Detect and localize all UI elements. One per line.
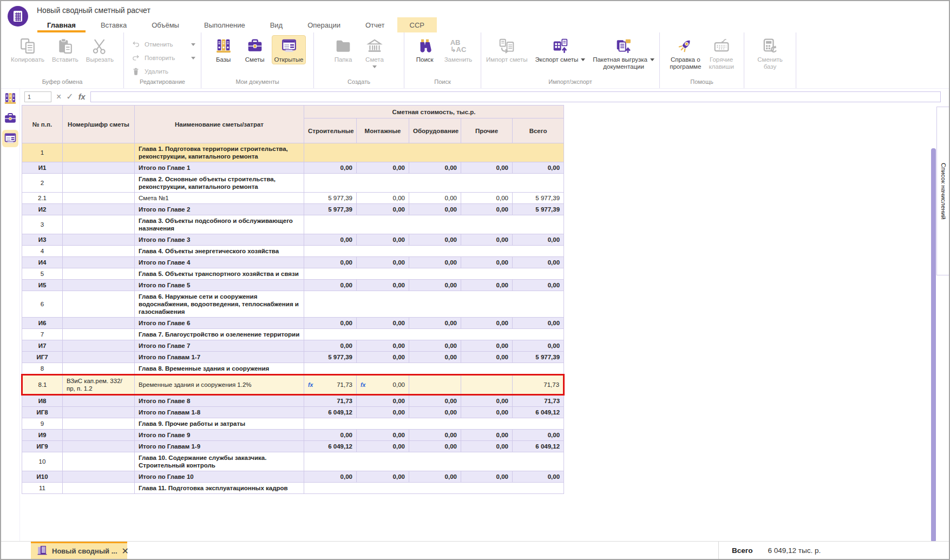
cell-value[interactable]: 0,00 (357, 318, 409, 329)
button-Смета[interactable]: Смета (360, 35, 389, 71)
cell-name[interactable]: Глава 5. Объекты транспортного хозяйства… (135, 268, 304, 280)
cell-value[interactable]: 0,00 (304, 257, 357, 268)
cell-value[interactable]: 71,73 (304, 395, 357, 407)
side-databases-icon[interactable] (2, 90, 18, 107)
button-Вырезать[interactable]: Вырезать (83, 35, 116, 64)
cell-name[interactable]: Глава 6. Наружные сети и сооружения водо… (135, 291, 304, 318)
cell-value[interactable]: 0,00 (461, 441, 513, 452)
tab-Отчет[interactable]: Отчет (353, 17, 397, 32)
table-row-11[interactable]: 11Глава 11. Подготовка эксплуатационных … (22, 483, 564, 494)
table-row-2[interactable]: 2Глава 2. Основные объекты строительства… (22, 174, 564, 193)
col-header-Оборудование[interactable]: Оборудование (409, 118, 461, 143)
cell-values-merged[interactable] (304, 143, 564, 162)
cell-code[interactable] (63, 174, 135, 193)
cell-value[interactable]: 0,00 (461, 280, 513, 291)
cell-npp[interactable]: 6 (22, 291, 63, 318)
cell-value[interactable]: 0,00 (304, 340, 357, 352)
cell-name[interactable]: Глава 10. Содержание службы заказчика. С… (135, 452, 304, 471)
cell-value[interactable]: 0,00 (357, 395, 409, 407)
cell-name[interactable]: Глава 4. Объекты энергетического хозяйст… (135, 246, 304, 257)
cell-values-merged[interactable] (304, 268, 564, 280)
cell-code[interactable] (63, 204, 135, 215)
cell-npp[interactable]: И4 (22, 257, 63, 268)
cell-name[interactable]: Глава 9. Прочие работы и затраты (135, 418, 304, 430)
chevron-down-icon[interactable] (581, 58, 585, 63)
chevron-down-icon[interactable] (191, 43, 195, 48)
tab-ССР[interactable]: ССР (397, 17, 437, 32)
cell-value[interactable]: 5 977,39 (304, 193, 357, 204)
button-Отменить[interactable]: Отменить (132, 37, 195, 51)
cell-value[interactable]: 0,00 (409, 340, 461, 352)
button-Горячие клавиши[interactable]: Горячиеклавиши (706, 35, 736, 71)
cell-value[interactable]: fx0,00 (357, 375, 409, 395)
cell-code[interactable] (63, 291, 135, 318)
cell-value[interactable]: 0,00 (513, 471, 564, 483)
cell-npp[interactable]: 7 (22, 329, 63, 340)
cell-npp[interactable]: 1 (22, 143, 63, 162)
cell-value[interactable]: 0,00 (357, 471, 409, 483)
cell-value[interactable]: 0,00 (304, 234, 357, 246)
cell-name[interactable]: Итого по Главе 2 (135, 204, 304, 215)
cell-values-merged[interactable] (304, 291, 564, 318)
table-row-И5[interactable]: И5Итого по Главе 50,000,000,000,000,00 (22, 280, 564, 291)
cell-value[interactable]: 5 977,39 (304, 204, 357, 215)
cell-value[interactable]: 6 049,12 (513, 407, 564, 418)
formula-input[interactable] (90, 91, 941, 102)
cell-value[interactable]: 0,00 (357, 280, 409, 291)
cell-values-merged[interactable] (304, 483, 564, 494)
confirm-icon[interactable]: ✓ (66, 93, 73, 101)
table-row-ИГ8[interactable]: ИГ8Итого по Главам 1-86 049,120,000,000,… (22, 407, 564, 418)
cell-value[interactable]: 0,00 (409, 441, 461, 452)
cancel-icon[interactable]: × (56, 93, 61, 101)
cell-value[interactable]: 0,00 (461, 352, 513, 363)
table-row-ИГ9[interactable]: ИГ9Итого по Главам 1-96 049,120,000,000,… (22, 441, 564, 452)
tab-Операции[interactable]: Операции (295, 17, 353, 32)
cell-value[interactable]: 0,00 (357, 340, 409, 352)
cell-name[interactable]: Итого по Главам 1-9 (135, 441, 304, 452)
cell-name[interactable]: Временные здания и сооружения 1.2% (135, 375, 304, 395)
cell-name[interactable]: Итого по Главе 8 (135, 395, 304, 407)
cell-value[interactable]: 0,00 (409, 430, 461, 441)
cell-value[interactable]: 0,00 (357, 234, 409, 246)
cell-npp[interactable]: 8.1 (22, 375, 63, 395)
cell-code[interactable] (63, 234, 135, 246)
button-Копировать[interactable]: Копировать (8, 35, 47, 64)
cell-name[interactable]: Итого по Главам 1-7 (135, 352, 304, 363)
button-Поиск[interactable]: Поиск (410, 35, 440, 64)
chevron-down-icon[interactable] (191, 57, 195, 62)
cell-values-merged[interactable] (304, 174, 564, 193)
cell-name[interactable]: Глава 1. Подготовка территории строитель… (135, 143, 304, 162)
accruals-list-side-tab[interactable]: Список начислений (936, 107, 950, 275)
cell-value[interactable]: 0,00 (409, 352, 461, 363)
cell-value[interactable]: 0,00 (409, 234, 461, 246)
cell-value[interactable]: 0,00 (513, 234, 564, 246)
cell-name[interactable]: Итого по Главе 3 (135, 234, 304, 246)
vertical-scrollbar-thumb[interactable] (931, 148, 936, 542)
cell-value[interactable] (461, 375, 513, 395)
cell-npp[interactable]: И6 (22, 318, 63, 329)
table-row-И10[interactable]: И10Итого по Главе 100,000,000,000,000,00 (22, 471, 564, 483)
side-opened-icon[interactable] (2, 130, 18, 147)
cell-npp[interactable]: И7 (22, 340, 63, 352)
cell-value[interactable]: 0,00 (461, 318, 513, 329)
fx-function-icon[interactable]: fx (78, 93, 86, 101)
cell-code[interactable] (63, 280, 135, 291)
cell-npp[interactable]: 2.1 (22, 193, 63, 204)
button-Базы[interactable]: Базы (209, 35, 238, 64)
table-row-7[interactable]: 7Глава 7. Благоустройство и озеленение т… (22, 329, 564, 340)
table-row-И2[interactable]: И2Итого по Главе 25 977,390,000,000,005 … (22, 204, 564, 215)
cell-name[interactable]: Глава 2. Основные объекты строительства,… (135, 174, 304, 193)
cell-values-merged[interactable] (304, 246, 564, 257)
cell-name[interactable]: Итого по Главе 9 (135, 430, 304, 441)
button-Заменить[interactable]: AB↳ACЗаменить (442, 35, 475, 64)
cell-value[interactable]: 0,00 (513, 430, 564, 441)
cell-value[interactable]: 71,73 (513, 395, 564, 407)
document-tab[interactable]: Новый сводный ... ✕ (31, 542, 127, 559)
cell-code[interactable] (63, 363, 135, 375)
cell-value[interactable]: 0,00 (461, 471, 513, 483)
table-row-ИГ7[interactable]: ИГ7Итого по Главам 1-75 977,390,000,000,… (22, 352, 564, 363)
button-Справка о программе[interactable]: Справка опрограмме (667, 35, 704, 71)
cell-value[interactable]: 0,00 (357, 430, 409, 441)
cell-value[interactable]: 0,00 (409, 162, 461, 174)
cell-name[interactable]: Итого по Главе 10 (135, 471, 304, 483)
